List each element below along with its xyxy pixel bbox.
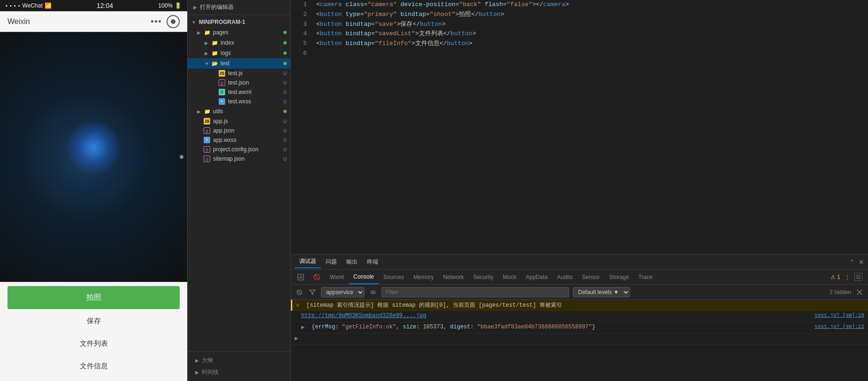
folder-icon-logs: 📁 <box>211 49 219 57</box>
tree-item-project-config[interactable]: ▶ {} project.config.json U <box>188 145 290 154</box>
filter-icon[interactable] <box>308 288 317 297</box>
panel-undock-icon[interactable]: ⊡ <box>854 273 862 281</box>
tree-item-app-js[interactable]: ▶ JS app.js U <box>188 117 290 126</box>
hidden-count-label: 2 hidden <box>830 289 851 295</box>
panel-more-icon[interactable]: ⋮ <box>844 273 851 281</box>
tree-item-app-json[interactable]: ▶ {} app.json U <box>188 126 290 135</box>
console-filter-input[interactable] <box>381 287 569 297</box>
console-object-text: {errMsg: "getFileInfo:ok", size: 105373,… <box>312 324 811 330</box>
tree-item-test-wxml[interactable]: ▶ ⊡ test.wxml U <box>188 87 290 97</box>
badge-app-wxss: U <box>283 138 287 143</box>
file-icon-test-json: {} <box>219 79 225 86</box>
photo-button[interactable]: 拍照 <box>8 286 180 309</box>
tab-no-icon[interactable]: 🚫 <box>309 270 325 284</box>
console-source-18[interactable]: test.js? [sm]:18 <box>815 312 864 318</box>
tree-item-test[interactable]: ▼ 📂 test <box>188 58 290 69</box>
file-label-app-js: app.js <box>213 118 228 124</box>
tab-trace[interactable]: Trace <box>634 270 657 284</box>
code-line-1: 1 <camera class="camera" device-position… <box>291 0 868 10</box>
tree-item-app-wxss[interactable]: ▶ ≡ app.wxss U <box>188 135 290 145</box>
code-editor[interactable]: 1 <camera class="camera" device-position… <box>291 0 868 254</box>
menu-dots[interactable] <box>151 20 161 23</box>
project-name: ▼ MINIPROGRAM-1 <box>188 17 290 27</box>
tree-item-logs[interactable]: ▶ 📁 logs <box>188 48 290 58</box>
panel-tabs-right: ⚠ 1 ⋮ ⊡ <box>830 273 866 281</box>
tree-item-sitemap[interactable]: ▶ {} sitemap.json U <box>188 154 290 163</box>
tree-item-utils[interactable]: ▶ 📁 utils <box>188 106 290 117</box>
line-content-2: <button type="primary" bindtap="shoot">拍… <box>314 10 504 20</box>
folder-arrow-pages: ▶ <box>197 30 202 35</box>
svg-point-5 <box>373 291 374 293</box>
eye-icon[interactable] <box>368 288 378 297</box>
folder-arrow-test: ▼ <box>205 61 209 66</box>
devtools-collapse-icon[interactable]: ⌃ <box>849 258 855 266</box>
folder-icon-pages: 📁 <box>204 29 211 36</box>
tab-sensor[interactable]: Sensor <box>578 270 605 284</box>
phone-nav-title: Weixin <box>8 17 30 26</box>
code-line-4: 4 <button bindtap="savedList">文件列表</butt… <box>291 29 868 39</box>
expand-arrow[interactable]: ▶ <box>295 335 301 342</box>
tab-console[interactable]: Console <box>349 270 379 284</box>
badge-project-config: U <box>283 147 287 152</box>
project-arrow: ▼ <box>191 20 196 25</box>
file-list-button[interactable]: 文件列表 <box>8 333 180 355</box>
outline-item[interactable]: ▶ 大纲 <box>191 355 287 366</box>
line-content-4: <button bindtap="savedList">文件列表</button… <box>314 29 476 39</box>
devtools-title-tabs: 调试器 问题 输出 终端 <box>295 256 383 268</box>
file-info-button[interactable]: 文件信息 <box>8 355 180 377</box>
file-label-test-wxss: test.wxss <box>228 98 251 105</box>
tree-item-test-js[interactable]: ▶ JS test.js U <box>188 69 290 78</box>
tab-mock[interactable]: Mock <box>498 270 521 284</box>
file-label-app-json: app.json <box>213 127 234 134</box>
console-line-object: ▶ {errMsg: "getFileInfo:ok", size: 10537… <box>291 322 868 334</box>
folder-arrow-logs: ▶ <box>205 51 209 56</box>
devtools-panel: 调试器 问题 输出 终端 ⌃ ✕ 🚫 Wxml Console Sources … <box>291 254 868 381</box>
tree-item-test-json[interactable]: ▶ {} test.json U <box>188 78 290 87</box>
levels-selector[interactable]: Default levels ▼ <box>573 287 630 297</box>
close-console-btn[interactable] <box>855 288 864 297</box>
record-button[interactable] <box>167 15 180 28</box>
timeline-item[interactable]: ▶ 时间线 <box>191 366 287 378</box>
service-selector[interactable]: appservice <box>321 287 365 297</box>
console-line-warn: ⚠ [sitemap 索引情况提示] 根据 sitemap 的规则[0], 当前… <box>291 300 868 311</box>
file-icon-project-config: {} <box>204 146 210 153</box>
console-source-22[interactable]: test.js? [sm]:22 <box>815 324 864 329</box>
tab-memory[interactable]: Memory <box>409 270 438 284</box>
folder-label-utils: utils <box>213 108 223 115</box>
console-line-expand: ▶ <box>291 334 868 345</box>
tab-wxml[interactable]: Wxml <box>325 270 349 284</box>
save-button[interactable]: 保存 <box>8 310 180 333</box>
line-content-3: <button bindtap="save">保存</button> <box>314 20 446 30</box>
tab-output[interactable]: 输出 <box>342 256 362 268</box>
tab-inspect-icon[interactable] <box>293 270 309 284</box>
tab-storage[interactable]: Storage <box>605 270 634 284</box>
devtools-titlebar: 调试器 问题 输出 终端 ⌃ ✕ <box>291 255 868 270</box>
tree-item-pages[interactable]: ▶ 📁 pages <box>188 27 290 38</box>
tab-problems[interactable]: 问题 <box>321 256 342 268</box>
badge-test-json: U <box>283 80 287 86</box>
devtools-close-icon[interactable]: ✕ <box>859 258 864 266</box>
badge-sitemap: U <box>283 156 287 162</box>
tab-debugger[interactable]: 调试器 <box>295 256 321 268</box>
badge-test-wxml: U <box>283 90 287 95</box>
object-expand-arrow[interactable]: ▶ <box>301 324 308 331</box>
svg-marker-3 <box>310 290 315 295</box>
tab-terminal[interactable]: 终端 <box>362 256 383 268</box>
tab-network[interactable]: Network <box>438 270 468 284</box>
badge-app-json: U <box>283 128 287 133</box>
tab-audits[interactable]: Audits <box>552 270 577 284</box>
file-icon-app-js: JS <box>204 118 210 124</box>
outline-arrow: ▶ <box>195 358 199 363</box>
panel-bottom: ▶ 大纲 ▶ 时间线 <box>188 351 290 381</box>
console-url-link[interactable]: http://tmp/9qMO3KSombaod328e09....jpg <box>301 312 426 319</box>
tree-item-test-wxss[interactable]: ▶ ≡ test.wxss U <box>188 97 290 106</box>
tree-item-index[interactable]: ▶ 📁 index <box>188 38 290 48</box>
folder-arrow-index: ▶ <box>205 40 209 46</box>
tab-appdata[interactable]: AppData <box>521 270 552 284</box>
tab-security[interactable]: Security <box>468 270 498 284</box>
line-num-2: 2 <box>291 10 314 20</box>
clear-console-button[interactable] <box>295 288 304 297</box>
tab-sources[interactable]: Sources <box>379 270 409 284</box>
devtools-panel-tabs: 🚫 Wxml Console Sources Memory Network Se… <box>291 270 868 285</box>
console-link-text[interactable]: http://tmp/9qMO3KSombaod328e09....jpg <box>301 312 811 319</box>
